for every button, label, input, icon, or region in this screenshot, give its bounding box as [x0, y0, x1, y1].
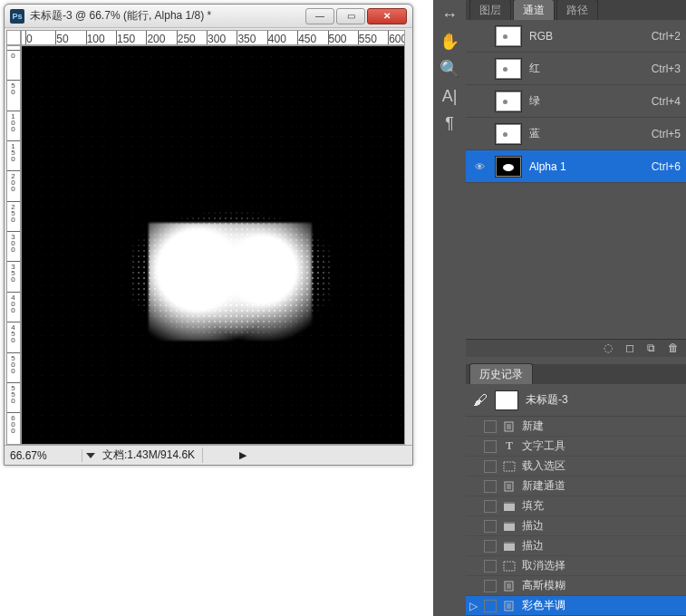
channel-row[interactable]: Alpha 1Ctrl+6 [466, 150, 686, 183]
dock-tool-icon[interactable]: ¶ [445, 114, 454, 132]
svg-rect-12 [504, 522, 515, 524]
channel-shortcut: Ctrl+4 [652, 95, 681, 108]
tab-channels[interactable]: 通道 [513, 0, 555, 20]
history-row[interactable]: ▷彩色半调 [466, 596, 686, 616]
canvas-area[interactable] [21, 45, 405, 445]
history-source-box[interactable] [484, 460, 497, 473]
svg-rect-14 [504, 542, 515, 544]
history-step-label: 文字工具 [522, 438, 565, 454]
history-panel-tabs: 历史记录 [466, 364, 686, 384]
channel-footer-icon[interactable]: ◌ [604, 342, 613, 354]
channel-name: RGB [529, 30, 644, 43]
channel-name: 红 [529, 61, 644, 76]
close-button[interactable]: ✕ [367, 8, 407, 24]
tab-layers[interactable]: 图层 [469, 0, 511, 20]
history-source-box[interactable] [484, 600, 497, 612]
history-step-label: 描边 [522, 538, 544, 553]
zoom-level[interactable]: 66.67% [5, 449, 82, 462]
doc-info-label: 文档: [102, 448, 127, 461]
svg-rect-15 [504, 562, 515, 571]
dock-tool-column: ↔✋🔍A|¶ [433, 0, 466, 616]
document-title: 未标题-3 @ 66.7% (能行, Alpha 1/8) * [30, 8, 304, 24]
doc-info[interactable]: 文档:1.43M/914.6K [95, 448, 203, 463]
history-source-box[interactable] [484, 560, 497, 573]
history-snapshot-thumb [495, 390, 518, 410]
channel-row[interactable]: RGBCtrl+2 [466, 20, 686, 53]
channel-footer-icon[interactable]: ◻ [625, 342, 634, 354]
channel-footer-icon[interactable]: ⧉ [647, 342, 655, 354]
history-step-icon [502, 460, 517, 473]
history-step-label: 取消选择 [522, 558, 565, 573]
history-source-box[interactable] [484, 500, 497, 513]
channel-panel-body: RGBCtrl+2红Ctrl+3绿Ctrl+4蓝Ctrl+5Alpha 1Ctr… [466, 20, 686, 201]
history-step-label: 填充 [522, 498, 544, 514]
dock-tool-icon[interactable]: ✋ [440, 33, 459, 51]
channel-thumb [495, 58, 522, 80]
tab-history[interactable]: 历史记录 [469, 363, 533, 384]
channel-shortcut: Ctrl+2 [652, 30, 681, 43]
channel-panel-tabs: 图层 通道 路径 [466, 0, 686, 20]
tab-paths[interactable]: 路径 [556, 0, 598, 20]
dock-tool-icon[interactable]: ↔ [441, 5, 458, 24]
halftone-text-blob [149, 223, 312, 341]
history-step-label: 新建 [522, 419, 544, 434]
visibility-eye-icon[interactable] [471, 30, 488, 43]
history-source-box[interactable] [484, 440, 497, 453]
history-step-label: 载入选区 [522, 458, 565, 474]
history-step-label: 彩色半调 [522, 598, 565, 613]
history-source-box[interactable] [484, 580, 497, 592]
ruler-vertical[interactable]: 050100150200250300350400450500550600 [6, 45, 21, 445]
history-step-icon [502, 480, 517, 493]
channel-panel-footer: ◌◻⧉🗑 [466, 339, 686, 357]
visibility-eye-icon[interactable] [471, 160, 488, 173]
history-step-label: 新建通道 [522, 478, 565, 494]
history-step-icon [502, 580, 517, 592]
history-step-label: 高斯模糊 [522, 578, 565, 593]
canvas[interactable] [22, 46, 404, 444]
visibility-eye-icon[interactable] [471, 128, 488, 140]
history-row[interactable]: 新建通道 [466, 476, 686, 496]
history-source-box[interactable] [484, 480, 497, 493]
history-source-box[interactable] [484, 420, 497, 433]
dock-tool-icon[interactable]: A| [442, 87, 458, 105]
channel-thumb [495, 91, 522, 112]
channel-name: 蓝 [529, 126, 644, 141]
visibility-eye-icon[interactable] [471, 95, 488, 108]
channel-shortcut: Ctrl+6 [652, 160, 681, 173]
history-row[interactable]: T文字工具 [466, 437, 686, 457]
maximize-button[interactable]: ▭ [336, 8, 365, 24]
history-step-icon [502, 540, 517, 553]
channel-panel-spacer [466, 201, 686, 339]
history-source-box[interactable] [484, 520, 497, 533]
history-row[interactable]: 新建 [466, 417, 686, 437]
status-bar: 66.67% 文档:1.43M/914.6K ▶ [5, 445, 412, 465]
playback-arrow-icon[interactable]: ▶ [239, 449, 246, 461]
minimize-button[interactable]: — [305, 8, 334, 24]
right-dock: ↔✋🔍A|¶ 图层 通道 路径 RGBCtrl+2红Ctrl+3绿Ctrl+4蓝… [433, 0, 686, 616]
doc-info-value: 1.43M/914.6K [127, 448, 195, 461]
titlebar[interactable]: Ps 未标题-3 @ 66.7% (能行, Alpha 1/8) * — ▭ ✕ [5, 5, 412, 28]
channel-row[interactable]: 红Ctrl+3 [466, 53, 686, 85]
history-row[interactable]: 取消选择 [466, 556, 686, 576]
zoom-dropdown-icon[interactable] [86, 453, 95, 458]
channel-row[interactable]: 绿Ctrl+4 [466, 85, 686, 118]
channel-name: Alpha 1 [529, 160, 644, 173]
history-snapshot-row[interactable]: 🖌 未标题-3 [466, 384, 686, 417]
channel-row[interactable]: 蓝Ctrl+5 [466, 118, 686, 150]
channel-name: 绿 [529, 93, 644, 109]
history-step-icon [502, 600, 517, 612]
channel-footer-icon[interactable]: 🗑 [668, 342, 679, 354]
visibility-eye-icon[interactable] [471, 63, 488, 75]
ruler-horizontal[interactable]: 050100150200250300350400450500550600 [21, 30, 405, 45]
channel-thumb [495, 156, 522, 178]
history-row[interactable]: 载入选区 [466, 457, 686, 476]
history-row[interactable]: 描边 [466, 536, 686, 556]
ps-icon: Ps [10, 9, 24, 24]
history-step-icon [502, 520, 517, 533]
dock-tool-icon[interactable]: 🔍 [440, 60, 459, 78]
history-row[interactable]: 描边 [466, 516, 686, 536]
history-row[interactable]: 填充 [466, 496, 686, 516]
history-panel-body: 🖌 未标题-3 新建T文字工具载入选区新建通道填充描边描边取消选择高斯模糊▷彩色… [466, 384, 686, 616]
history-source-box[interactable] [484, 540, 497, 553]
history-row[interactable]: 高斯模糊 [466, 576, 686, 596]
